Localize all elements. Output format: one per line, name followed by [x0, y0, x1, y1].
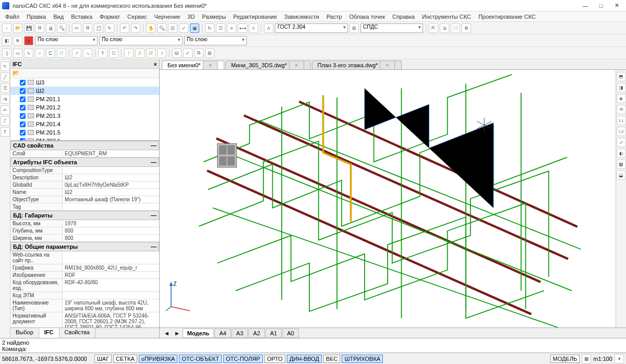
- font-select[interactable]: ГОСТ 2.304: [275, 23, 348, 33]
- prop-value[interactable]: 1978: [63, 220, 159, 227]
- menu-Правка[interactable]: Правка: [23, 13, 49, 21]
- export-icon[interactable]: ⇱: [429, 23, 438, 33]
- prop-row[interactable]: GlobalId0pLazTx8H7h9yOeNla5tKP: [10, 181, 159, 189]
- trim-icon[interactable]: ✂: [1, 105, 10, 115]
- tab-close-icon[interactable]: ×: [289, 60, 304, 69]
- menu-Вид[interactable]: Вид: [50, 13, 67, 21]
- menu-Инструменты СКС[interactable]: Инструменты СКС: [419, 13, 474, 21]
- prop-value[interactable]: 19" напольный шкаф, высота 42U, ширина 8…: [63, 299, 159, 312]
- close-button[interactable]: ✕: [609, 1, 624, 10]
- menu-3D[interactable]: 3D: [184, 13, 198, 21]
- prop-row[interactable]: Web-ссылка на сайт пр..: [10, 251, 159, 264]
- layers-icon[interactable]: ☰: [216, 23, 225, 33]
- property-grid[interactable]: CAD свойства—СлойEQUIPMENT_RMАтрибуты IF…: [10, 141, 159, 327]
- layer-state-icon[interactable]: ◧: [2, 36, 11, 45]
- drawing-tab[interactable]: Мини_365_3DS.dwg*×: [225, 60, 310, 69]
- sks-db-icon[interactable]: ⛁: [172, 48, 182, 58]
- status-toggle-ДИН-ВВОД[interactable]: ДИН-ВВОД: [287, 355, 322, 363]
- prop-value[interactable]: 0pLazTx8H7h9yOeNla5tKP: [63, 181, 159, 188]
- drawing-tab[interactable]: Без имени0*×: [162, 60, 224, 69]
- zoom-window-icon[interactable]: ⊡: [168, 23, 177, 33]
- scale-1-1-icon[interactable]: 1:1: [617, 116, 626, 125]
- menu-Формат[interactable]: Формат: [97, 13, 123, 21]
- prop-row[interactable]: ГрафикаRM19d_800x800_42U_equip_r: [10, 264, 159, 272]
- menu-Справка[interactable]: Справка: [389, 13, 418, 21]
- status-toggle-оПРИВЯЗКА[interactable]: оПРИВЯЗКА: [139, 355, 178, 363]
- sks-route2-icon[interactable]: ↘: [83, 48, 92, 58]
- open-icon[interactable]: 📂: [13, 23, 22, 33]
- sks-label-icon[interactable]: T: [98, 48, 107, 58]
- menu-Редактирование[interactable]: Редактирование: [230, 13, 280, 21]
- prop-value[interactable]: Монтажный шкаф (Панели 19"): [63, 196, 159, 203]
- prop-section-header[interactable]: БД: Общие параметры—: [10, 242, 159, 251]
- status-toggle-ШТРИХОВКА[interactable]: ШТРИХОВКА: [342, 355, 383, 363]
- wireframe-icon[interactable]: ▦: [617, 160, 626, 169]
- drawing-canvas[interactable]: Z ⬒ ◨ ◈ ⟲ 1:1 1:2 ⤢ ◐ ▦ ⬓: [160, 70, 626, 327]
- sks-mark2-icon[interactable]: //: [135, 48, 145, 58]
- tree-item[interactable]: РМ.201.5: [10, 128, 159, 137]
- prop-row[interactable]: Высота, мм1978: [10, 220, 159, 227]
- sks-rack-icon[interactable]: ▯: [2, 48, 11, 58]
- status-toggle-ШАГ[interactable]: ШАГ: [94, 355, 112, 363]
- sidebar-close-icon[interactable]: ×: [154, 61, 157, 67]
- render-icon[interactable]: ◐: [617, 149, 626, 158]
- sks-cable-icon[interactable]: ∿: [24, 48, 33, 58]
- prop-row[interactable]: ИзображениеRDF: [10, 272, 159, 279]
- sidebar-tab-Выбор[interactable]: Выбор: [10, 328, 39, 338]
- prop-row[interactable]: ObjectTypeМонтажный шкаф (Панели 19"): [10, 196, 159, 203]
- undo-icon[interactable]: ↶: [120, 23, 129, 33]
- cut-icon[interactable]: ✂: [72, 23, 81, 33]
- tree-checkbox[interactable]: [20, 105, 26, 111]
- sks-route-icon[interactable]: ↗: [72, 48, 81, 58]
- match-icon[interactable]: ✎: [105, 23, 114, 33]
- layout-tab-A3[interactable]: A3: [232, 329, 248, 338]
- sidebar-tab-Свойства[interactable]: Свойства: [59, 328, 95, 338]
- tab-close-icon[interactable]: ×: [203, 60, 218, 69]
- line-icon[interactable]: ╱: [1, 72, 10, 82]
- tree-item[interactable]: РМ.202.1: [10, 137, 159, 141]
- zoom-select-icon[interactable]: ▣: [190, 23, 199, 33]
- prop-value[interactable]: RDF-42-80/80: [63, 279, 159, 292]
- viewport-3d[interactable]: [160, 70, 616, 327]
- menu-Зависимости[interactable]: Зависимости: [281, 13, 322, 21]
- layer-color-select[interactable]: По слою: [35, 36, 98, 45]
- status-toggle-СЕТКА[interactable]: СЕТКА: [113, 355, 137, 363]
- section-icon[interactable]: ⬓: [617, 171, 626, 180]
- prop-value[interactable]: [63, 203, 159, 210]
- tree-checkbox[interactable]: [20, 130, 26, 136]
- scale-1-2-icon[interactable]: 1:2: [617, 127, 626, 136]
- view-top-icon[interactable]: ⬒: [617, 72, 626, 81]
- prop-row[interactable]: DescriptionШ2: [10, 174, 159, 181]
- prop-value[interactable]: 800: [63, 235, 159, 241]
- zoom-icon[interactable]: 🔍: [157, 23, 166, 33]
- layout-tab-A2[interactable]: A2: [248, 329, 264, 338]
- status-zoom-icon[interactable]: ▾: [615, 354, 624, 363]
- layers-panel-icon[interactable]: ☰: [1, 83, 10, 93]
- prop-value[interactable]: [63, 251, 159, 264]
- tree-item[interactable]: Ш2: [10, 87, 159, 95]
- tab-close-icon[interactable]: ×: [380, 60, 394, 69]
- ifc-tree[interactable]: Ш3Ш2РМ.201.1РМ.201.2РМ.201.3РМ.201.4РМ.2…: [10, 78, 159, 141]
- preview-icon[interactable]: 🔍: [57, 23, 66, 33]
- menu-Растр[interactable]: Растр: [323, 13, 345, 21]
- tree-checkbox[interactable]: [20, 96, 26, 102]
- tree-item[interactable]: Ш3: [10, 78, 159, 87]
- sks-mark3-icon[interactable]: ///: [146, 48, 155, 58]
- prop-row[interactable]: СлойEQUIPMENT_RM: [10, 150, 159, 157]
- prop-value[interactable]: 800: [63, 227, 159, 234]
- tree-item[interactable]: РМ.201.1: [10, 95, 159, 103]
- layer-freeze-icon[interactable]: ❄: [13, 36, 22, 45]
- prop-value[interactable]: RDF: [63, 272, 159, 278]
- group-icon[interactable]: ⊞: [350, 23, 359, 33]
- collapse-icon[interactable]: —: [151, 212, 156, 219]
- tree-item[interactable]: РМ.201.2: [10, 103, 159, 112]
- layout-tab-A1[interactable]: A1: [266, 329, 282, 338]
- import-icon[interactable]: ⇲: [440, 23, 449, 33]
- maximize-button[interactable]: □: [594, 1, 608, 10]
- paste-icon[interactable]: 📋: [94, 23, 103, 33]
- prop-row[interactable]: Tag: [10, 203, 159, 211]
- new-icon[interactable]: ▫: [2, 23, 11, 33]
- prop-section-header[interactable]: БД: Габариты—: [10, 211, 159, 220]
- save-icon[interactable]: 💾: [24, 23, 33, 33]
- tree-checkbox[interactable]: [20, 122, 26, 127]
